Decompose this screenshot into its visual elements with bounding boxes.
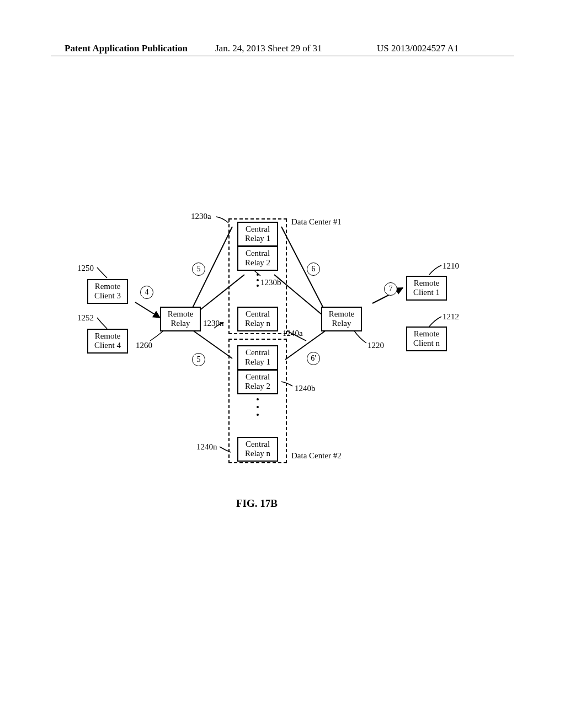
- ref-1252: 1252: [77, 313, 94, 323]
- diagram-stage: CentralRelay 1 CentralRelay 2 CentralRel…: [0, 0, 565, 728]
- central-relay-1a: CentralRelay 1: [237, 222, 278, 247]
- ref-1250: 1250: [77, 264, 94, 273]
- central-relay-1b: CentralRelay 1: [237, 345, 278, 370]
- central-relay-nb: CentralRelay n: [237, 437, 278, 462]
- dc1-label: Data Center #1: [291, 217, 342, 227]
- circle-7: 7: [384, 282, 397, 296]
- dc2-label: Data Center #2: [291, 451, 342, 461]
- central-relay-na: CentralRelay n: [237, 307, 278, 331]
- svg-line-3: [135, 302, 160, 318]
- ref-1210: 1210: [443, 261, 459, 271]
- ellipsis-dot: [257, 274, 259, 276]
- circle-5-lower: 5: [192, 353, 205, 366]
- remote-client-3: RemoteClient 3: [87, 279, 128, 304]
- ref-1240a: 1240a: [282, 329, 303, 338]
- ref-1240b: 1240b: [295, 384, 316, 393]
- ref-1220: 1220: [367, 341, 384, 350]
- remote-relay-left: RemoteRelay: [160, 307, 201, 331]
- page: Patent Application Publication Jan. 24, …: [0, 0, 565, 728]
- ellipsis-dot: [257, 398, 259, 400]
- remote-client-n: RemoteClient n: [406, 326, 447, 351]
- ellipsis-dot: [257, 406, 259, 408]
- ref-1240n: 1240n: [196, 442, 217, 452]
- remote-relay-right: RemoteRelay: [321, 307, 362, 331]
- circle-5-upper: 5: [192, 263, 205, 276]
- ellipsis-dot: [257, 285, 259, 287]
- circle-6-upper: 6: [307, 263, 320, 276]
- remote-client-4: RemoteClient 4: [87, 329, 128, 354]
- central-relay-2a: CentralRelay 2: [237, 246, 278, 271]
- ref-1260: 1260: [136, 341, 152, 350]
- ellipsis-dot: [257, 414, 259, 416]
- central-relay-2b: CentralRelay 2: [237, 370, 278, 394]
- circle-6-lower: 6': [307, 352, 320, 365]
- remote-client-1: RemoteClient 1: [406, 276, 447, 301]
- ref-1230b: 1230b: [260, 278, 281, 287]
- ref-1230n: 1230n: [203, 319, 224, 328]
- ref-1230a: 1230a: [191, 212, 211, 221]
- circle-4: 4: [140, 286, 153, 299]
- ref-1212: 1212: [443, 312, 459, 322]
- ellipsis-dot: [257, 279, 259, 281]
- figure-title: FIG. 17B: [236, 497, 278, 510]
